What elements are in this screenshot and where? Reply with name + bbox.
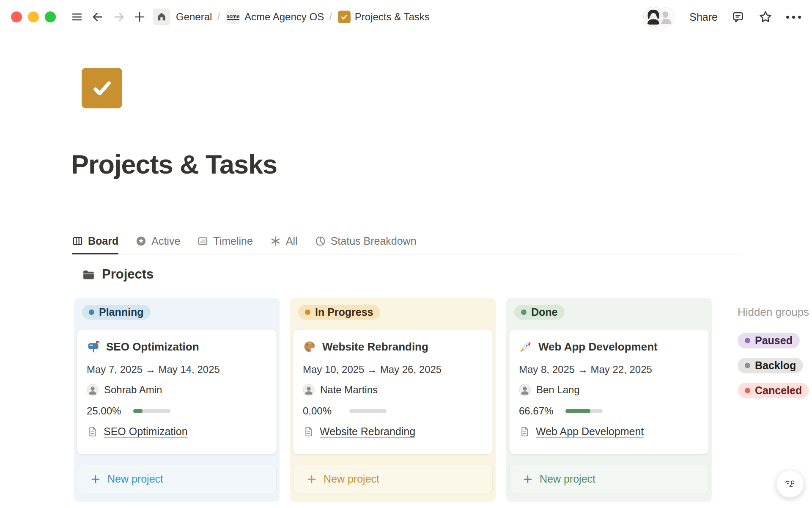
new-page-plus-icon[interactable]: [133, 11, 146, 23]
view-tabs-bar: Board Active Timeline All Status Breakdo…: [72, 229, 740, 254]
tab-active[interactable]: Active: [135, 229, 180, 254]
status-dot: [745, 388, 750, 393]
card-dates: May 8, 2025 → May 22, 2025: [519, 364, 699, 375]
plus-icon: [306, 474, 317, 485]
person-name: Ben Lang: [536, 384, 580, 396]
favorite-star-icon[interactable]: [758, 10, 773, 24]
progress-bar: [133, 409, 170, 413]
close-window-button[interactable]: [11, 11, 22, 22]
progress-percent: 25.00%: [87, 405, 133, 417]
status-dot: [89, 309, 94, 315]
card-title: SEO Optimization: [106, 340, 199, 353]
page-doc-icon: [303, 426, 314, 437]
board-icon: [72, 235, 83, 247]
collaborator-avatars[interactable]: [644, 7, 676, 27]
star-circle-icon: [135, 235, 147, 247]
breadcrumb-general[interactable]: General: [176, 11, 212, 23]
board-column-planning: Planning SEO Optimization May 7, 2025 → …: [74, 298, 280, 502]
person-name: Nate Martins: [320, 384, 378, 396]
pie-chart-icon: [315, 235, 326, 247]
status-pill-in-progress[interactable]: In Progress: [298, 305, 380, 320]
new-project-button[interactable]: New project: [293, 465, 493, 493]
status-dot: [305, 309, 310, 315]
page-title: Projects & Tasks: [71, 149, 277, 179]
project-card-web-app-development[interactable]: Web App Development May 8, 2025 → May 22…: [509, 329, 709, 454]
progress-percent: 0.00%: [303, 405, 349, 417]
folder-icon: [82, 268, 96, 282]
hidden-groups-title: Hidden groups: [738, 306, 812, 319]
sidebar-menu-icon[interactable]: [71, 11, 83, 23]
status-pill-done[interactable]: Done: [514, 305, 565, 320]
card-dates: May 7, 2025 → May 14, 2025: [87, 364, 267, 375]
back-arrow-icon[interactable]: [91, 10, 104, 24]
person-name: Sohrab Amin: [104, 384, 162, 396]
status-dot: [521, 309, 527, 315]
orange-checkbox-icon: [338, 11, 351, 23]
card-page-link[interactable]: SEO Optimization: [104, 425, 188, 438]
card-title: Website Rebranding: [322, 340, 428, 353]
card-page-link[interactable]: Website Rebranding: [320, 425, 415, 438]
page-doc-icon: [519, 426, 530, 437]
section-title: Projects: [102, 267, 154, 282]
traffic-lights: [11, 11, 56, 22]
page-doc-icon: [87, 426, 98, 437]
tab-timeline[interactable]: Timeline: [197, 229, 253, 254]
share-button[interactable]: Share: [689, 11, 718, 23]
rocket-emoji-icon: [519, 340, 532, 353]
breadcrumb-acme-agency-os[interactable]: Acme Agency OS: [244, 11, 324, 23]
hidden-groups-rail: Hidden groups Paused Backlog Canceled: [738, 306, 812, 398]
status-dot: [745, 363, 750, 368]
minimize-window-button[interactable]: [28, 11, 39, 22]
acme-logo-icon: acme: [226, 10, 240, 24]
more-options-icon[interactable]: [786, 16, 801, 19]
asterisk-icon: [270, 235, 281, 247]
breadcrumb-projects-tasks[interactable]: Projects & Tasks: [355, 11, 430, 23]
breadcrumb-separator: /: [329, 11, 332, 23]
window-top-bar: General / acme Acme Agency OS / Projects…: [0, 0, 812, 34]
mailbox-emoji-icon: [87, 340, 100, 353]
ai-face-icon: [782, 475, 798, 492]
status-pill-planning[interactable]: Planning: [82, 305, 151, 320]
new-project-button[interactable]: New project: [509, 465, 709, 493]
card-title: Web App Development: [538, 340, 658, 353]
status-dot: [745, 338, 750, 343]
page-icon-checkbox[interactable]: [82, 68, 122, 108]
plus-icon: [90, 474, 101, 485]
projects-section-header: Projects: [82, 267, 154, 282]
board-column-done: Done Web App Development May 8, 2025 → M…: [506, 298, 712, 502]
avatar: [644, 7, 663, 27]
home-icon[interactable]: [153, 8, 170, 25]
timeline-icon: [197, 235, 208, 247]
kanban-board: Planning SEO Optimization May 7, 2025 → …: [74, 298, 712, 502]
tab-status-breakdown[interactable]: Status Breakdown: [315, 229, 417, 254]
tab-board[interactable]: Board: [72, 229, 118, 254]
palette-emoji-icon: [303, 340, 316, 353]
tab-all[interactable]: All: [270, 229, 298, 254]
avatar: [87, 384, 99, 396]
breadcrumb: General / acme Acme Agency OS / Projects…: [172, 10, 431, 24]
hidden-group-canceled[interactable]: Canceled: [738, 383, 809, 398]
plus-icon: [522, 474, 533, 485]
board-column-in-progress: In Progress Website Rebranding May 10, 2…: [290, 298, 496, 502]
avatar: [519, 384, 531, 396]
project-card-website-rebranding[interactable]: Website Rebranding May 10, 2025 → May 26…: [293, 329, 493, 454]
new-project-button[interactable]: New project: [77, 465, 277, 493]
progress-bar: [349, 409, 387, 413]
avatar: [303, 384, 315, 396]
hidden-group-backlog[interactable]: Backlog: [738, 358, 803, 373]
breadcrumb-separator: /: [217, 11, 220, 23]
card-dates: May 10, 2025 → May 26, 2025: [303, 364, 483, 375]
zoom-window-button[interactable]: [45, 11, 56, 22]
notion-ai-button[interactable]: [776, 470, 804, 498]
card-page-link[interactable]: Web App Development: [536, 425, 644, 438]
forward-arrow-icon[interactable]: [112, 10, 126, 24]
progress-bar: [565, 409, 603, 413]
comments-icon[interactable]: [731, 10, 745, 24]
progress-percent: 66.67%: [519, 405, 565, 417]
project-card-seo-optimization[interactable]: SEO Optimization May 7, 2025 → May 14, 2…: [77, 329, 277, 454]
hidden-group-paused[interactable]: Paused: [738, 333, 800, 348]
